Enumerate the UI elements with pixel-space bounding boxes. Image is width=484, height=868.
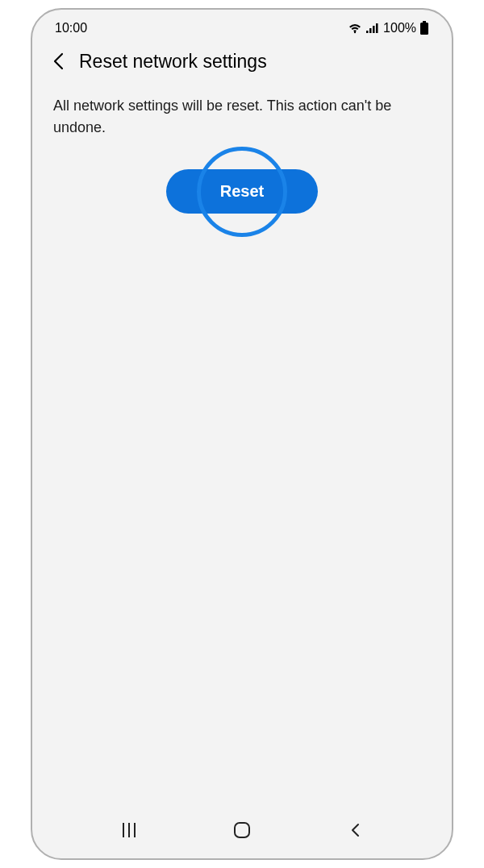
svg-point-0 — [354, 31, 356, 33]
status-bar: 10:00 100% — [32, 10, 452, 40]
signal-icon — [365, 23, 380, 34]
page-title: Reset network settings — [79, 51, 267, 73]
button-container: Reset — [53, 169, 431, 214]
recents-icon — [123, 823, 136, 837]
status-time: 10:00 — [55, 21, 87, 35]
battery-percentage: 100% — [383, 21, 416, 35]
svg-rect-3 — [373, 26, 375, 33]
description-text: All network settings will be reset. This… — [53, 95, 431, 139]
back-nav-button[interactable] — [339, 818, 371, 842]
header: Reset network settings — [32, 40, 452, 82]
home-button[interactable] — [226, 818, 258, 842]
recents-button[interactable] — [113, 818, 145, 842]
phone-frame: 10:00 100% — [31, 8, 453, 860]
wifi-icon — [348, 23, 362, 34]
chevron-left-icon — [52, 52, 64, 70]
navigation-bar — [32, 804, 452, 858]
status-indicators: 100% — [348, 21, 429, 35]
svg-rect-4 — [376, 23, 378, 33]
svg-rect-2 — [369, 28, 372, 33]
svg-rect-5 — [423, 21, 426, 23]
svg-rect-6 — [420, 23, 428, 35]
content-area: All network settings will be reset. This… — [32, 82, 452, 804]
home-icon — [234, 822, 250, 838]
battery-icon — [419, 21, 429, 35]
reset-button[interactable]: Reset — [166, 169, 318, 214]
back-nav-icon — [349, 822, 361, 838]
svg-rect-1 — [366, 31, 369, 33]
back-button[interactable] — [47, 50, 69, 73]
